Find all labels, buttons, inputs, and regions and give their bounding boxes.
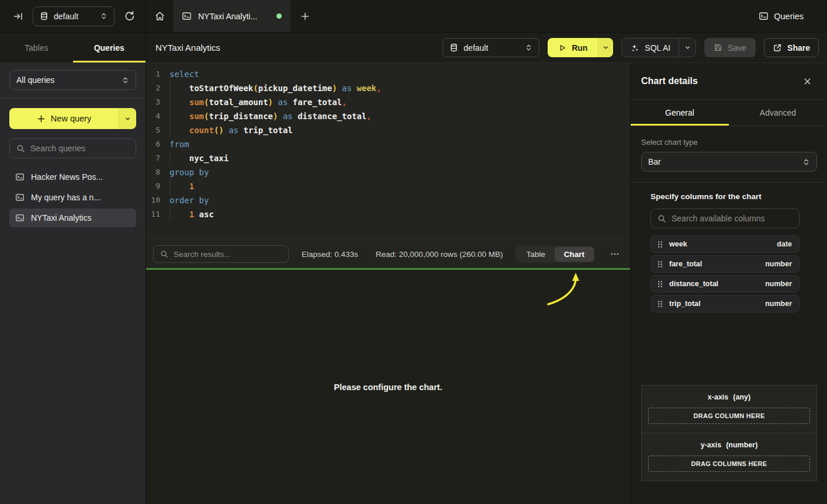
- sidebar-query-item[interactable]: My query has a n...: [9, 188, 136, 207]
- chart-type-selector[interactable]: Bar: [641, 152, 817, 172]
- columns-section-title: Specify columns for the chart: [650, 192, 800, 201]
- tab-queries[interactable]: Queries: [73, 33, 146, 62]
- sql-ai-button[interactable]: SQL AI: [622, 39, 679, 57]
- chevron-updown-icon: [525, 44, 532, 51]
- line-code: group by: [169, 165, 209, 179]
- run-label: Run: [572, 43, 587, 53]
- column-name: trip_total: [669, 300, 700, 308]
- code-line: 1 select: [146, 67, 630, 81]
- queries-shortcut[interactable]: Queries: [759, 0, 827, 32]
- save-button[interactable]: Save: [704, 38, 756, 57]
- plus-icon: [300, 12, 310, 21]
- code-line: 6 from: [146, 137, 630, 151]
- column-row[interactable]: week date: [650, 235, 800, 253]
- collapse-sidebar-icon: [13, 11, 23, 22]
- share-button[interactable]: Share: [764, 38, 819, 57]
- query-filter-value: All queries: [16, 75, 54, 85]
- close-icon: [803, 77, 812, 86]
- new-query-button[interactable]: New query: [9, 108, 119, 129]
- sql-console-app: default NYTaxi Analyti... Querie: [0, 0, 827, 504]
- line-number: 5: [146, 123, 160, 137]
- sidebar: Tables Queries All queries New query: [0, 33, 146, 504]
- query-search: [9, 138, 136, 158]
- close-panel-button[interactable]: [801, 75, 814, 88]
- sidebar-query-item[interactable]: Hacker News Pos...: [9, 168, 136, 186]
- query-item-label: My query has a n...: [31, 193, 101, 202]
- topbar-left: default: [0, 0, 146, 32]
- y-axis-drop-zone[interactable]: DRAG COLUMNS HERE: [648, 456, 810, 472]
- tab-title: NYTaxi Analyti...: [198, 12, 257, 21]
- collapse-sidebar-button[interactable]: [11, 9, 26, 24]
- database-selector[interactable]: default: [33, 6, 115, 26]
- column-name: week: [669, 240, 687, 248]
- sql-editor[interactable]: 1 select 2 toStartOfWeek(pickup_datetime…: [146, 63, 630, 239]
- terminal-icon: [15, 193, 25, 202]
- home-button[interactable]: [146, 0, 173, 32]
- code-lines: 1 select 2 toStartOfWeek(pickup_datetime…: [146, 67, 630, 221]
- results-search: [153, 245, 289, 263]
- chevron-updown-icon: [100, 12, 108, 20]
- content-row: 1 select 2 toStartOfWeek(pickup_datetime…: [146, 63, 827, 504]
- line-code: 1: [169, 179, 194, 193]
- chart-details-panel: Chart details General Advanced Select ch…: [630, 63, 827, 504]
- x-axis-constraint: (any): [733, 393, 750, 401]
- sql-ai-options-button[interactable]: [679, 39, 695, 57]
- available-columns-list: week date fare_total number distance_tot…: [650, 235, 800, 312]
- tab-strip: NYTaxi Analyti... Queries: [146, 0, 827, 32]
- line-code: select: [169, 67, 199, 81]
- results-more-button[interactable]: [608, 247, 622, 261]
- code-line: 11 1 asc: [146, 207, 630, 221]
- query-search-input[interactable]: [30, 144, 129, 153]
- code-line: 5 count() as trip_total: [146, 123, 630, 137]
- line-code: from: [169, 137, 189, 151]
- elapsed-time: Elapsed: 0.433s: [302, 250, 358, 259]
- chevron-down-icon: [603, 44, 609, 51]
- chevron-updown-icon: [802, 158, 810, 166]
- tab-advanced[interactable]: Advanced: [729, 100, 827, 126]
- view-tab-chart[interactable]: Chart: [555, 247, 594, 262]
- new-query-menu-button[interactable]: [119, 108, 136, 129]
- new-tab-button[interactable]: [291, 0, 319, 32]
- queries-label: Queries: [774, 12, 804, 21]
- tab-nytaxi-analytics[interactable]: NYTaxi Analyti...: [173, 0, 291, 32]
- refresh-icon: [124, 11, 135, 22]
- share-label: Share: [787, 43, 810, 53]
- code-line: 2 toStartOfWeek(pickup_datetime) as week…: [146, 81, 630, 95]
- panel-divider: [631, 182, 827, 183]
- sidebar-divider: [0, 98, 146, 99]
- column-row[interactable]: trip_total number: [650, 295, 800, 312]
- column-row[interactable]: fare_total number: [650, 255, 800, 273]
- line-code: count() as trip_total: [169, 123, 293, 137]
- results-search-input[interactable]: [174, 250, 282, 259]
- sidebar-query-item[interactable]: NYTaxi Analytics: [9, 208, 136, 227]
- chart-type-label: Select chart type: [641, 138, 817, 147]
- search-icon: [658, 214, 666, 223]
- y-axis-constraint: (number): [726, 441, 757, 449]
- column-type: number: [765, 260, 792, 268]
- editor-column: 1 select 2 toStartOfWeek(pickup_datetime…: [146, 63, 630, 504]
- columns-search-input[interactable]: [672, 214, 793, 223]
- view-tab-table[interactable]: Table: [517, 247, 554, 262]
- rows-read: Read: 20,000,000 rows (260.00 MB): [376, 250, 503, 259]
- database-selector-value: default: [54, 12, 78, 21]
- run-options-button[interactable]: [598, 38, 613, 57]
- column-name: distance_total: [669, 280, 718, 288]
- database-icon: [40, 12, 49, 20]
- save-icon: [714, 43, 722, 52]
- run-button[interactable]: Run: [548, 38, 598, 57]
- x-axis-drop-zone[interactable]: DRAG COLUMN HERE: [648, 408, 810, 424]
- run-database-selector[interactable]: default: [442, 38, 539, 57]
- chart-preview-area: Please configure the chart.: [146, 270, 630, 504]
- axes-config: x-axis (any) DRAG COLUMN HERE y-axis (nu…: [641, 385, 817, 481]
- tab-general[interactable]: General: [631, 100, 729, 126]
- drag-grip-icon: [657, 241, 663, 248]
- drag-grip-icon: [657, 300, 663, 308]
- view-switcher: Table Chart: [515, 246, 595, 263]
- save-label: Save: [728, 43, 746, 53]
- sql-ai-split-button: SQL AI: [621, 38, 696, 57]
- column-row[interactable]: distance_total number: [650, 275, 800, 293]
- line-number: 3: [146, 95, 160, 109]
- query-filter-selector[interactable]: All queries: [9, 70, 136, 90]
- tab-tables[interactable]: Tables: [0, 33, 73, 62]
- refresh-button[interactable]: [122, 8, 137, 24]
